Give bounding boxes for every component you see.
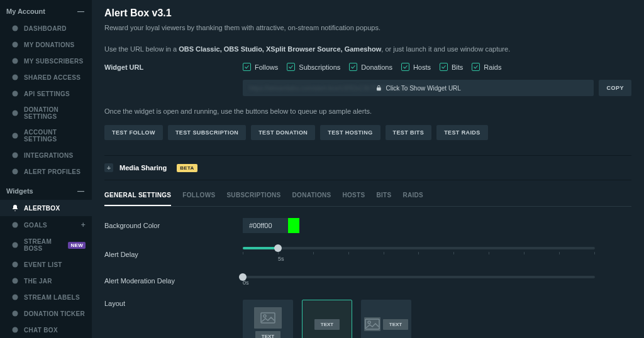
nav-icon — [11, 293, 19, 301]
sidebar-item[interactable]: INTEGRATIONS — [0, 147, 92, 163]
alert-type-checkbox[interactable]: Donations — [349, 63, 392, 71]
svg-point-11 — [13, 262, 18, 268]
svg-rect-21 — [365, 319, 379, 329]
sidebar-item[interactable]: ALERT PROFILES — [0, 163, 92, 180]
test-alert-button[interactable]: TEST BITS — [386, 125, 432, 140]
svg-point-14 — [13, 311, 18, 317]
svg-point-5 — [13, 111, 18, 116]
nav-icon — [11, 168, 19, 175]
layout-option-stacked[interactable]: TEXT — [243, 300, 293, 338]
page-title: Alert Box v3.1 — [104, 8, 631, 19]
bgcolor-input[interactable] — [243, 218, 288, 233]
nav-icon — [11, 25, 19, 32]
svg-point-13 — [13, 295, 18, 300]
svg-point-15 — [13, 327, 18, 333]
sidebar-item[interactable]: STREAM BOSSNEW — [0, 234, 92, 256]
svg-point-4 — [13, 91, 18, 97]
media-sharing-row[interactable]: + Media Sharing BETA — [104, 155, 631, 180]
page-subtitle: Reward your loyal viewers by thanking th… — [104, 24, 631, 31]
settings-tab[interactable]: FOLLOWS — [182, 192, 215, 206]
settings-tab[interactable]: HOSTS — [343, 192, 365, 206]
alert-type-checkbox[interactable]: Hosts — [401, 63, 431, 71]
test-alert-button[interactable]: TEST HOSTING — [320, 125, 380, 140]
test-alert-button[interactable]: TEST RAIDS — [436, 125, 488, 140]
sidebar-item[interactable]: MY SUBSCRIBERS — [0, 53, 92, 69]
new-badge: NEW — [68, 242, 86, 249]
alert-type-checkbox[interactable]: Subscriptions — [287, 63, 340, 71]
nav-section-widgets[interactable]: Widgets — — [0, 180, 92, 200]
beta-badge: BETA — [177, 164, 197, 172]
sidebar-item[interactable]: DONATION SETTINGS — [0, 102, 92, 124]
url-instruction: Use the URL below in a OBS Classic, OBS … — [104, 45, 631, 53]
nav-icon — [11, 74, 19, 81]
svg-point-7 — [13, 153, 18, 158]
test-alert-button[interactable]: TEST DONATION — [251, 125, 315, 140]
settings-tab[interactable]: GENERAL SETTINGS — [104, 192, 171, 206]
checkbox-icon — [472, 63, 480, 71]
bgcolor-label: Background Color — [104, 222, 243, 229]
sidebar-item[interactable]: ACCOUNT SETTINGS — [0, 124, 92, 147]
nav-icon — [11, 90, 19, 97]
sidebar: My Account — DASHBOARDMY DONATIONSMY SUB… — [0, 0, 92, 338]
image-placeholder-icon — [364, 317, 380, 331]
sidebar-item[interactable]: GOALS+ — [0, 216, 92, 234]
nav-icon — [11, 261, 19, 268]
collapse-icon[interactable]: — — [77, 8, 84, 15]
queue-instruction: Once the widget is open and running, use… — [104, 107, 631, 115]
svg-rect-19 — [261, 313, 275, 323]
show-url-overlay[interactable]: Click To Show Widget URL — [376, 85, 461, 92]
nav-icon — [11, 310, 19, 317]
sidebar-item[interactable]: API SETTINGS — [0, 85, 92, 102]
image-placeholder-icon — [254, 307, 282, 329]
svg-point-20 — [264, 315, 266, 317]
svg-point-8 — [13, 169, 18, 175]
copy-button[interactable]: COPY — [599, 80, 631, 96]
settings-tab[interactable]: SUBSCRIPTIONS — [226, 192, 280, 206]
settings-tab[interactable]: DONATIONS — [292, 192, 331, 206]
layout-option-horizontal[interactable]: TEXT — [361, 300, 411, 338]
alert-type-checkbox[interactable]: Follows — [243, 63, 278, 71]
checkbox-icon — [349, 63, 357, 71]
nav-icon — [11, 326, 19, 334]
nav-icon — [11, 241, 19, 249]
widget-url-field[interactable]: https://streamlabs.com/alert-box/v3/92a1… — [243, 80, 594, 96]
nav-icon — [11, 277, 19, 285]
checkbox-icon — [287, 63, 295, 71]
mod-delay-label: Alert Moderation Delay — [104, 277, 243, 285]
sidebar-item[interactable]: STREAM LABELS — [0, 289, 92, 305]
alert-type-checkbox[interactable]: Raids — [472, 63, 501, 71]
nav-icon — [11, 204, 19, 212]
nav-section-account[interactable]: My Account — — [0, 0, 92, 20]
layout-option-text-only[interactable]: TEXT — [302, 300, 352, 338]
checkbox-icon — [440, 63, 448, 71]
sidebar-item[interactable]: CHAT BOX — [0, 322, 92, 338]
sidebar-item[interactable]: MY DONATIONS — [0, 36, 92, 53]
settings-tab[interactable]: BITS — [376, 192, 391, 206]
add-icon[interactable]: + — [81, 221, 86, 229]
widget-url-label: Widget URL — [104, 63, 243, 71]
svg-point-0 — [13, 26, 18, 31]
sidebar-item[interactable]: SHARED ACCESS — [0, 69, 92, 85]
alert-delay-slider[interactable]: 5s — [243, 247, 595, 262]
sidebar-item[interactable]: DONATION TICKER — [0, 305, 92, 322]
test-alert-button[interactable]: TEST SUBSCRIPTION — [168, 125, 246, 140]
svg-point-2 — [13, 58, 18, 64]
checkbox-icon — [401, 63, 409, 71]
collapse-icon[interactable]: — — [77, 187, 84, 195]
alert-delay-label: Alert Delay — [104, 251, 243, 258]
test-alert-button[interactable]: TEST FOLLOW — [104, 125, 163, 140]
svg-point-10 — [13, 243, 18, 248]
nav-icon — [11, 151, 19, 159]
sidebar-item[interactable]: ALERTBOX — [0, 200, 92, 216]
bgcolor-swatch[interactable] — [288, 218, 299, 233]
sidebar-item[interactable]: DASHBOARD — [0, 20, 92, 36]
checkbox-icon — [243, 63, 251, 71]
expand-icon[interactable]: + — [104, 163, 113, 172]
mod-delay-slider[interactable]: 0s — [243, 276, 595, 286]
sidebar-item[interactable]: THE JAR — [0, 273, 92, 289]
lock-icon — [376, 85, 382, 91]
main-content: Alert Box v3.1 Reward your loyal viewers… — [92, 0, 644, 338]
alert-type-checkbox[interactable]: Bits — [440, 63, 463, 71]
sidebar-item[interactable]: EVENT LIST — [0, 256, 92, 273]
settings-tab[interactable]: RAIDS — [402, 192, 423, 206]
